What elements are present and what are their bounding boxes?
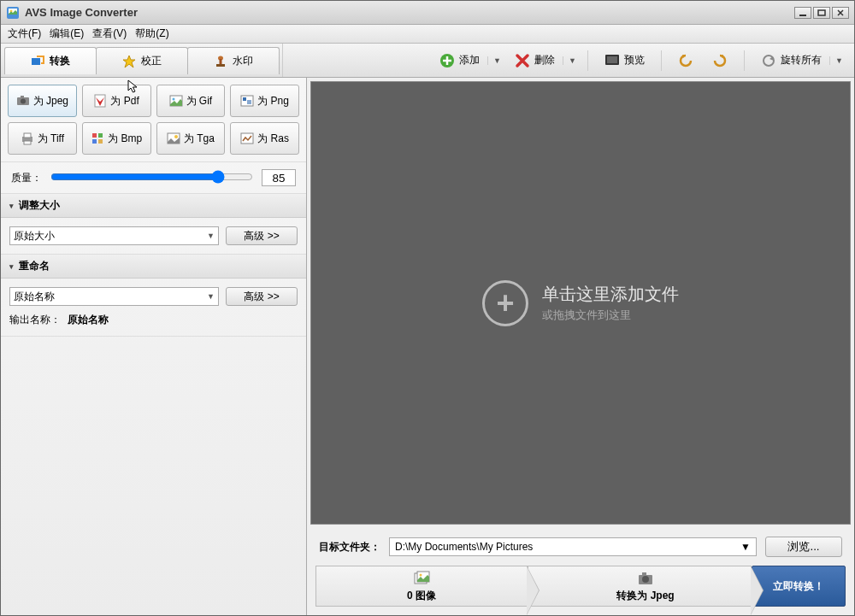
menu-edit[interactable]: 编辑(E) <box>48 26 86 42</box>
images-icon <box>413 570 430 587</box>
dest-folder-value: D:\My Documents\My Pictures <box>395 541 533 553</box>
format-png-button[interactable]: 为 Png <box>230 85 299 117</box>
separator <box>661 50 662 71</box>
svg-rect-25 <box>92 133 97 138</box>
svg-rect-27 <box>92 139 97 144</box>
maximize-button[interactable] <box>813 7 830 19</box>
resize-advanced-button[interactable]: 高级 >> <box>226 226 298 245</box>
tab-correct-label: 校正 <box>141 54 162 68</box>
convert-now-button[interactable]: 立即转换！ <box>752 566 846 607</box>
chevron-down-icon: ▼ <box>207 232 215 240</box>
format-bmp-button[interactable]: 为 Bmp <box>82 122 151 155</box>
svg-rect-15 <box>21 96 24 98</box>
output-name-label: 输出名称： <box>9 313 61 327</box>
close-button[interactable] <box>832 7 849 19</box>
preview-button[interactable]: 预览 <box>597 49 652 73</box>
star-icon <box>122 55 136 68</box>
stamp-icon <box>214 55 227 68</box>
rename-section-header[interactable]: ▾ 重命名 <box>1 255 306 279</box>
format-tiff-button[interactable]: 为 Tiff <box>8 122 77 155</box>
format-png-label: 为 Png <box>257 94 289 109</box>
tab-convert-label: 转换 <box>50 54 70 68</box>
resize-preset-value: 原始大小 <box>14 229 55 243</box>
add-label: 添加 <box>459 53 480 67</box>
step-format[interactable]: 转换为 Jpeg <box>528 566 752 607</box>
step-images-label: 0 图像 <box>407 589 436 603</box>
format-tga-button[interactable]: 为 Tga <box>156 122 226 155</box>
svg-rect-26 <box>98 133 103 138</box>
dropdown-arrow-icon[interactable]: ▼ <box>487 56 496 65</box>
format-tga-label: 为 Tga <box>184 132 215 146</box>
rotate-all-button[interactable]: 旋转所有 ▼ <box>753 49 846 73</box>
preview-hint-line1: 单击这里添加文件 <box>542 283 679 306</box>
resize-preset-combo[interactable]: 原始大小 ▼ <box>9 226 219 245</box>
quality-input[interactable] <box>262 169 296 186</box>
svg-rect-21 <box>247 100 251 104</box>
tab-watermark[interactable]: 水印 <box>187 47 280 74</box>
chevron-down-icon: ▾ <box>9 202 14 210</box>
resize-section-header[interactable]: ▾ 调整大小 <box>1 194 306 218</box>
menu-help[interactable]: 帮助(Z) <box>133 26 170 42</box>
image-icon <box>240 132 254 145</box>
resize-header-label: 调整大小 <box>19 198 60 213</box>
dest-folder-combo[interactable]: D:\My Documents\My Pictures ▼ <box>389 537 757 556</box>
step-images[interactable]: 0 图像 <box>315 566 528 607</box>
convert-now-label: 立即转换！ <box>773 579 824 594</box>
title-bar: AVS Image Converter <box>1 1 854 25</box>
right-panel: 单击这里添加文件 或拖拽文件到这里 目标文件夹： D:\My Documents… <box>307 78 854 615</box>
preview-hint-line2: 或拖拽文件到这里 <box>542 308 679 323</box>
camera-icon <box>16 94 30 108</box>
chevron-down-icon: ▾ <box>9 262 14 271</box>
menu-file[interactable]: 文件(F) <box>6 26 43 42</box>
format-gif-label: 为 Gif <box>186 94 213 109</box>
format-jpeg-label: 为 Jpeg <box>33 94 68 109</box>
rename-preset-value: 原始名称 <box>14 290 55 304</box>
add-files-plus-icon[interactable] <box>482 280 528 326</box>
browse-button[interactable]: 浏览... <box>765 537 842 557</box>
remove-button[interactable]: 删除 ▼ <box>507 49 579 73</box>
chevron-down-icon: ▼ <box>207 292 215 301</box>
left-panel: 为 Jpeg 为 Pdf 为 Gif 为 Png 为 Tiff 为 Bmp 为 … <box>1 78 307 615</box>
svg-point-30 <box>174 135 178 138</box>
format-ras-label: 为 Ras <box>257 132 289 146</box>
step-format-label: 转换为 Jpeg <box>616 589 674 603</box>
plus-circle-icon <box>439 53 455 68</box>
rotate-icon <box>761 53 776 68</box>
monitor-icon <box>604 53 620 68</box>
pdf-icon <box>93 94 107 108</box>
preview-label: 预览 <box>624 53 645 67</box>
svg-rect-5 <box>32 58 40 65</box>
svg-rect-28 <box>98 139 103 144</box>
rotate-left-button[interactable] <box>670 49 701 73</box>
preview-area[interactable]: 单击这里添加文件 或拖拽文件到这里 <box>310 81 851 525</box>
chevron-down-icon: ▼ <box>740 541 751 553</box>
printer-icon <box>21 132 34 145</box>
convert-icon <box>31 55 44 68</box>
window-title: AVS Image Converter <box>25 6 794 19</box>
menu-bar: 文件(F) 编辑(E) 查看(V) 帮助(Z) <box>1 25 854 44</box>
menu-view[interactable]: 查看(V) <box>91 26 128 42</box>
tab-correct[interactable]: 校正 <box>96 47 188 74</box>
rotate-right-button[interactable] <box>705 49 735 73</box>
svg-point-18 <box>172 98 174 101</box>
rotate-all-label: 旋转所有 <box>781 53 822 67</box>
dropdown-arrow-icon[interactable]: ▼ <box>563 56 571 65</box>
svg-rect-20 <box>243 97 246 101</box>
image-icon <box>167 132 180 145</box>
format-gif-button[interactable]: 为 Gif <box>156 85 226 117</box>
tab-convert[interactable]: 转换 <box>4 47 97 74</box>
dropdown-arrow-icon[interactable]: ▼ <box>829 56 838 65</box>
minimize-button[interactable] <box>794 7 811 19</box>
camera-icon <box>637 570 654 587</box>
format-jpeg-button[interactable]: 为 Jpeg <box>8 85 77 117</box>
format-pdf-button[interactable]: 为 Pdf <box>82 85 151 117</box>
format-ras-button[interactable]: 为 Ras <box>230 122 299 155</box>
rename-advanced-button[interactable]: 高级 >> <box>226 287 298 306</box>
rename-preset-combo[interactable]: 原始名称 ▼ <box>9 287 219 306</box>
svg-rect-3 <box>799 15 806 16</box>
add-button[interactable]: 添加 ▼ <box>432 49 504 73</box>
app-icon <box>6 6 20 20</box>
quality-slider[interactable] <box>50 170 253 184</box>
x-icon <box>515 53 530 68</box>
tab-watermark-label: 水印 <box>233 54 253 68</box>
